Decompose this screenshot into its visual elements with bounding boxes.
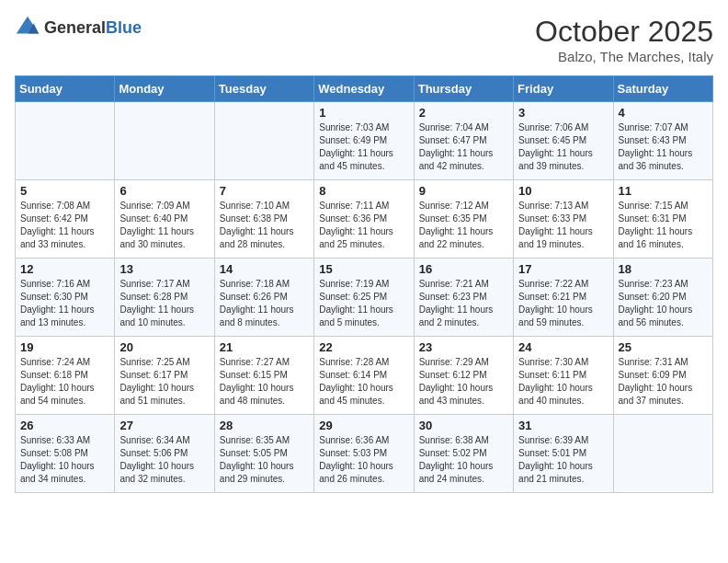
day-info: Sunrise: 7:17 AM Sunset: 6:28 PM Dayligh… [119,278,209,329]
day-number: 27 [119,419,209,432]
day-number: 16 [419,262,508,276]
day-number: 7 [220,184,309,198]
calendar-cell: 27Sunrise: 6:34 AM Sunset: 5:06 PM Dayli… [115,415,214,493]
calendar-cell [613,415,712,493]
calendar-cell: 17Sunrise: 7:22 AM Sunset: 6:21 PM Dayli… [514,259,613,337]
day-info: Sunrise: 7:23 AM Sunset: 6:20 PM Dayligh… [619,278,708,329]
day-info: Sunrise: 7:13 AM Sunset: 6:33 PM Dayligh… [518,200,608,251]
day-info: Sunrise: 7:04 AM Sunset: 6:47 PM Dayligh… [419,121,508,173]
day-header: Sunday [16,76,115,102]
calendar-week-row: 19Sunrise: 7:24 AM Sunset: 6:18 PM Dayli… [16,337,713,415]
day-number: 12 [20,262,109,276]
day-info: Sunrise: 7:09 AM Sunset: 6:40 PM Dayligh… [119,200,209,251]
day-header: Thursday [414,76,513,102]
day-number: 29 [319,419,408,432]
calendar-week-row: 5Sunrise: 7:08 AM Sunset: 6:42 PM Daylig… [16,180,713,259]
calendar-cell: 10Sunrise: 7:13 AM Sunset: 6:33 PM Dayli… [514,180,613,259]
calendar-cell: 31Sunrise: 6:39 AM Sunset: 5:01 PM Dayli… [514,415,613,493]
calendar-cell: 23Sunrise: 7:29 AM Sunset: 6:12 PM Dayli… [414,337,513,415]
day-number: 18 [619,262,708,276]
day-number: 23 [419,340,508,354]
calendar-cell: 1Sunrise: 7:03 AM Sunset: 6:49 PM Daylig… [314,102,414,180]
day-number: 20 [119,340,209,354]
day-number: 21 [220,340,309,354]
day-number: 19 [20,340,109,354]
calendar-cell: 25Sunrise: 7:31 AM Sunset: 6:09 PM Dayli… [613,337,712,415]
page-header: GeneralBlue October 2025 Balzo, The Marc… [15,15,713,64]
calendar-cell: 22Sunrise: 7:28 AM Sunset: 6:14 PM Dayli… [314,337,414,415]
day-number: 1 [319,106,408,120]
calendar-cell: 9Sunrise: 7:12 AM Sunset: 6:35 PM Daylig… [414,180,513,259]
calendar-table: SundayMondayTuesdayWednesdayThursdayFrid… [15,75,713,493]
day-header: Friday [514,76,613,102]
calendar-cell: 24Sunrise: 7:30 AM Sunset: 6:11 PM Dayli… [514,337,613,415]
day-info: Sunrise: 7:22 AM Sunset: 6:21 PM Dayligh… [518,278,608,329]
day-number: 14 [220,262,309,276]
day-info: Sunrise: 7:25 AM Sunset: 6:17 PM Dayligh… [119,356,209,408]
day-info: Sunrise: 7:12 AM Sunset: 6:35 PM Dayligh… [419,200,508,251]
day-info: Sunrise: 7:19 AM Sunset: 6:25 PM Dayligh… [319,278,408,329]
calendar-cell: 5Sunrise: 7:08 AM Sunset: 6:42 PM Daylig… [16,180,115,259]
day-header: Wednesday [314,76,414,102]
calendar-cell [115,102,214,180]
day-info: Sunrise: 7:30 AM Sunset: 6:11 PM Dayligh… [518,356,608,408]
calendar-week-row: 1Sunrise: 7:03 AM Sunset: 6:49 PM Daylig… [16,102,713,180]
day-header: Saturday [613,76,712,102]
calendar-cell: 4Sunrise: 7:07 AM Sunset: 6:43 PM Daylig… [613,102,712,180]
logo-blue: Blue [106,18,142,37]
day-number: 5 [20,184,109,198]
day-number: 2 [419,106,508,120]
day-info: Sunrise: 7:06 AM Sunset: 6:45 PM Dayligh… [518,121,608,173]
day-number: 9 [419,184,508,198]
calendar-cell: 19Sunrise: 7:24 AM Sunset: 6:18 PM Dayli… [16,337,115,415]
day-info: Sunrise: 7:03 AM Sunset: 6:49 PM Dayligh… [319,121,408,173]
calendar-cell: 20Sunrise: 7:25 AM Sunset: 6:17 PM Dayli… [115,337,214,415]
calendar-cell: 26Sunrise: 6:33 AM Sunset: 5:08 PM Dayli… [16,415,115,493]
calendar-body: 1Sunrise: 7:03 AM Sunset: 6:49 PM Daylig… [16,102,713,493]
calendar-cell: 13Sunrise: 7:17 AM Sunset: 6:28 PM Dayli… [115,259,214,337]
calendar-cell [16,102,115,180]
day-header: Monday [115,76,214,102]
day-number: 6 [119,184,209,198]
day-number: 3 [518,106,608,120]
calendar-cell: 28Sunrise: 6:35 AM Sunset: 5:05 PM Dayli… [214,415,313,493]
calendar-cell: 7Sunrise: 7:10 AM Sunset: 6:38 PM Daylig… [214,180,313,259]
day-info: Sunrise: 7:21 AM Sunset: 6:23 PM Dayligh… [419,278,508,329]
calendar-week-row: 12Sunrise: 7:16 AM Sunset: 6:30 PM Dayli… [16,259,713,337]
calendar-cell: 16Sunrise: 7:21 AM Sunset: 6:23 PM Dayli… [414,259,513,337]
day-info: Sunrise: 7:24 AM Sunset: 6:18 PM Dayligh… [20,356,109,408]
calendar-cell: 30Sunrise: 6:38 AM Sunset: 5:02 PM Dayli… [414,415,513,493]
day-info: Sunrise: 7:27 AM Sunset: 6:15 PM Dayligh… [220,356,309,408]
day-number: 15 [319,262,408,276]
calendar-cell [214,102,313,180]
calendar-header-row: SundayMondayTuesdayWednesdayThursdayFrid… [16,76,713,102]
calendar-cell: 2Sunrise: 7:04 AM Sunset: 6:47 PM Daylig… [414,102,513,180]
day-info: Sunrise: 7:31 AM Sunset: 6:09 PM Dayligh… [619,356,708,408]
day-header: Tuesday [214,76,313,102]
day-info: Sunrise: 7:18 AM Sunset: 6:26 PM Dayligh… [220,278,309,329]
calendar-cell: 21Sunrise: 7:27 AM Sunset: 6:15 PM Dayli… [214,337,313,415]
calendar-week-row: 26Sunrise: 6:33 AM Sunset: 5:08 PM Dayli… [16,415,713,493]
calendar-cell: 8Sunrise: 7:11 AM Sunset: 6:36 PM Daylig… [314,180,414,259]
day-number: 11 [619,184,708,198]
day-number: 24 [518,340,608,354]
day-info: Sunrise: 7:08 AM Sunset: 6:42 PM Dayligh… [20,200,109,251]
day-info: Sunrise: 6:33 AM Sunset: 5:08 PM Dayligh… [20,434,109,486]
day-info: Sunrise: 6:35 AM Sunset: 5:05 PM Dayligh… [220,434,309,486]
day-number: 25 [619,340,708,354]
day-number: 28 [220,419,309,432]
logo: GeneralBlue [15,15,142,40]
day-info: Sunrise: 6:38 AM Sunset: 5:02 PM Dayligh… [419,434,508,486]
day-number: 17 [518,262,608,276]
calendar-cell: 3Sunrise: 7:06 AM Sunset: 6:45 PM Daylig… [514,102,613,180]
day-number: 31 [518,419,608,432]
day-number: 4 [619,106,708,120]
calendar-cell: 6Sunrise: 7:09 AM Sunset: 6:40 PM Daylig… [115,180,214,259]
day-number: 30 [419,419,508,432]
day-info: Sunrise: 7:07 AM Sunset: 6:43 PM Dayligh… [619,121,708,173]
day-info: Sunrise: 6:34 AM Sunset: 5:06 PM Dayligh… [119,434,209,486]
month-title: October 2025 [535,15,713,49]
day-info: Sunrise: 6:39 AM Sunset: 5:01 PM Dayligh… [518,434,608,486]
location: Balzo, The Marches, Italy [535,49,713,64]
calendar-cell: 11Sunrise: 7:15 AM Sunset: 6:31 PM Dayli… [613,180,712,259]
